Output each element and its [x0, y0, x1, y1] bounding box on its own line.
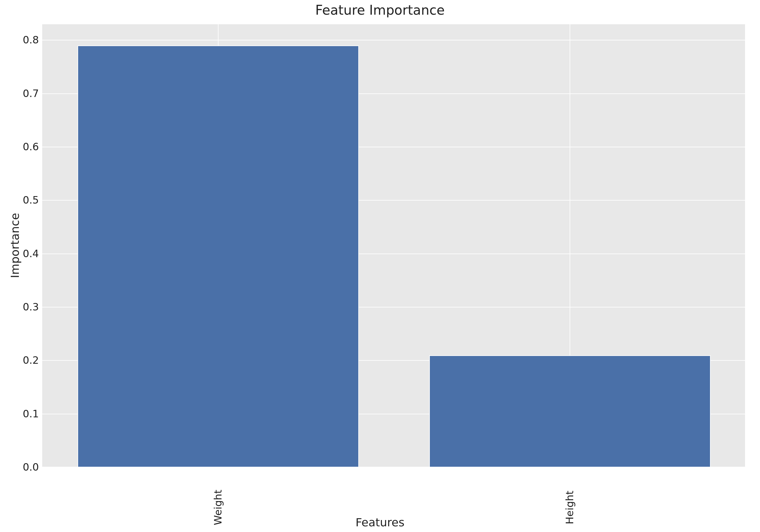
- chart-title: Feature Importance: [0, 2, 760, 18]
- bar-weight: [77, 45, 359, 467]
- chart-figure: Feature Importance 0.00.10.20.30.40.50.6…: [0, 0, 760, 532]
- plot-area: [42, 24, 745, 467]
- bar-height: [429, 355, 711, 467]
- x-axis-label: Features: [0, 516, 760, 529]
- gridline-h: [42, 40, 745, 40]
- y-axis-label-wrap: Importance: [9, 24, 21, 467]
- y-axis-label: Importance: [8, 213, 22, 278]
